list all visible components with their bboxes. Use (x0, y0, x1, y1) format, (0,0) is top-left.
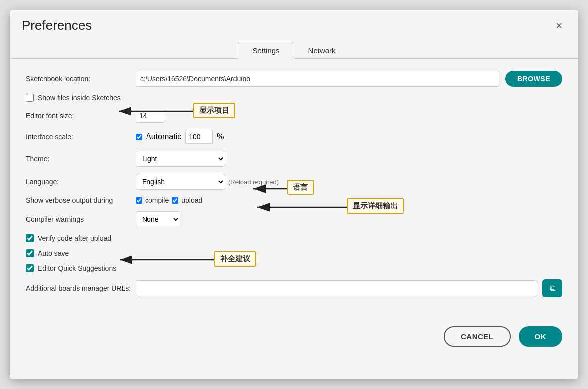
sketchbook-row: Sketchbook location: BROWSE (26, 71, 562, 87)
upload-label: upload (181, 196, 202, 204)
compiler-warnings-label: Compiler warnings (26, 215, 136, 223)
dialog-header: Preferences × (10, 10, 578, 33)
boards-url-open-button[interactable]: ⧉ (542, 279, 562, 297)
verify-code-checkbox[interactable] (26, 234, 34, 242)
verbose-controls: compile upload (136, 196, 202, 204)
language-row: Language: English 中文 (Reload required) (26, 174, 562, 190)
show-files-checkbox[interactable] (26, 94, 34, 102)
scale-input[interactable] (185, 130, 213, 144)
verify-code-label: Verify code after upload (38, 234, 111, 242)
quick-suggestions-label: Editor Quick Suggestions (38, 264, 116, 272)
preferences-dialog: Preferences × Settings Network Sketchboo… (10, 10, 578, 379)
show-files-row: Show files inside Sketches (26, 94, 562, 102)
quick-suggestions-row: Editor Quick Suggestions (26, 264, 562, 272)
scale-row: Interface scale: Automatic % (26, 130, 562, 144)
language-label: Language: (26, 178, 136, 186)
scale-unit: % (217, 132, 224, 141)
tab-settings[interactable]: Settings (238, 42, 294, 59)
sketchbook-label: Sketchbook location: (26, 75, 136, 83)
url-icon: ⧉ (550, 284, 555, 293)
show-files-label: Show files inside Sketches (38, 94, 121, 102)
cancel-button[interactable]: CANCEL (444, 326, 511, 347)
reload-note: (Reload required) (228, 178, 279, 186)
browse-button[interactable]: BROWSE (505, 71, 562, 87)
theme-row: Theme: Light Dark System (26, 151, 562, 167)
warnings-select[interactable]: None Default More All (136, 211, 180, 227)
compiler-warnings-row: Compiler warnings None Default More All (26, 211, 562, 227)
tab-network[interactable]: Network (294, 42, 350, 59)
ok-button[interactable]: OK (519, 326, 563, 347)
theme-label: Theme: (26, 155, 136, 163)
boards-url-label: Additional boards manager URLs: (26, 284, 136, 292)
compile-checkbox[interactable] (136, 197, 142, 204)
automatic-checkbox[interactable] (136, 134, 142, 140)
boards-url-row: Additional boards manager URLs: ⧉ (26, 279, 562, 297)
dialog-footer: CANCEL OK (10, 316, 578, 361)
scale-label: Interface scale: (26, 133, 136, 141)
auto-save-row: Auto save (26, 249, 562, 257)
font-size-row: Editor font size: (26, 109, 562, 123)
auto-save-label: Auto save (38, 249, 69, 257)
tabs-bar: Settings Network (10, 41, 578, 59)
scale-controls: Automatic % (136, 130, 224, 144)
font-size-input[interactable] (136, 109, 165, 123)
compile-label: compile (145, 196, 169, 204)
verify-code-row: Verify code after upload (26, 234, 562, 242)
sketchbook-path-input[interactable] (136, 71, 499, 87)
upload-checkbox[interactable] (172, 197, 178, 204)
font-size-label: Editor font size: (26, 112, 136, 120)
verbose-label: Show verbose output during (26, 196, 136, 204)
close-button[interactable]: × (552, 18, 566, 33)
theme-select[interactable]: Light Dark System (136, 151, 225, 167)
settings-content: Sketchbook location: BROWSE Show files i… (10, 59, 578, 316)
verbose-row: Show verbose output during compile uploa… (26, 196, 562, 204)
quick-suggestions-checkbox[interactable] (26, 264, 34, 272)
automatic-label: Automatic (146, 132, 181, 141)
dialog-title: Preferences (22, 18, 92, 33)
auto-save-checkbox[interactable] (26, 249, 34, 257)
boards-url-input[interactable] (136, 280, 537, 296)
language-select[interactable]: English 中文 (136, 174, 225, 190)
